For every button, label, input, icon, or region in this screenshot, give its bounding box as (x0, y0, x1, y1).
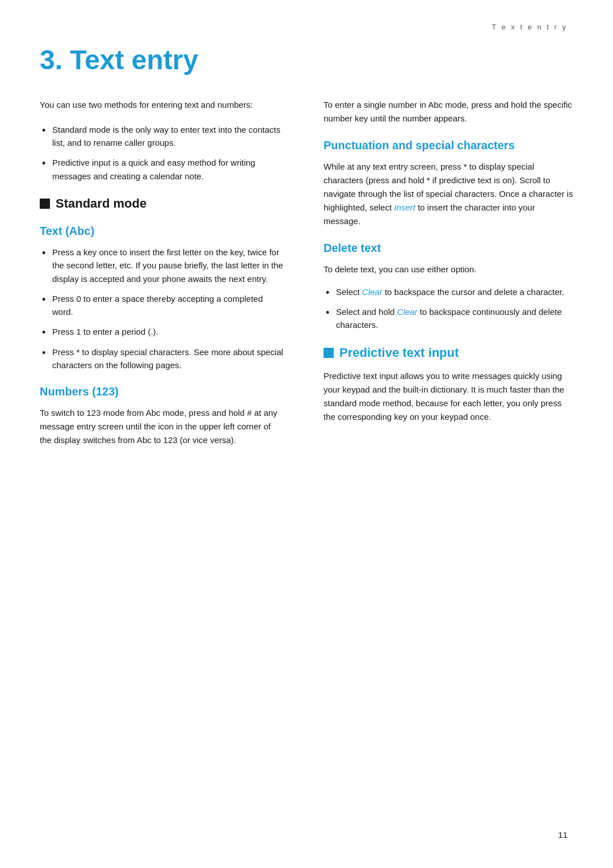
clear-label: Clear (362, 287, 383, 297)
predictive-heading: Predictive text input (324, 345, 573, 360)
left-column: You can use two methods for entering tex… (40, 98, 295, 456)
numbers-text2: To enter a single number in Abc mode, pr… (324, 98, 573, 125)
list-item: Select and hold Clear to backspace conti… (324, 305, 573, 332)
punctuation-text: While at any text entry screen, press * … (324, 160, 573, 228)
standard-mode-heading: Standard mode (40, 196, 284, 211)
numbers-text: To switch to 123 mode from Abc mode, pre… (40, 406, 284, 447)
text-abc-bullet-list: Press a key once to insert the first let… (40, 246, 284, 372)
delete-text-bullets: Select Clear to backspace the cursor and… (324, 285, 573, 332)
blue-square-icon (324, 348, 334, 358)
list-item: Select Clear to backspace the cursor and… (324, 285, 573, 298)
numbers-heading: Numbers (123) (40, 385, 284, 398)
delete-text-intro: To delete text, you can use either optio… (324, 263, 573, 276)
page-container: T e x t e n t r y 3. Text entry You can … (0, 0, 613, 868)
clear-label2: Clear (397, 307, 418, 317)
delete-text-heading: Delete text (324, 242, 573, 255)
predictive-text: Predictive text input allows you to writ… (324, 369, 573, 424)
page-title: 3. Text entry (40, 45, 573, 75)
list-item: Press 1 to enter a period (.). (40, 325, 284, 338)
list-item: Press a key once to insert the first let… (40, 246, 284, 285)
list-item: Press 0 to enter a space thereby accepti… (40, 292, 284, 319)
content-layout: You can use two methods for entering tex… (40, 98, 573, 456)
page-number: 11 (558, 830, 568, 840)
text-abc-heading: Text (Abc) (40, 225, 284, 238)
punctuation-heading: Punctuation and special characters (324, 139, 573, 152)
black-square-icon (40, 199, 50, 209)
intro-bullet-list: Standard mode is the only way to enter t… (40, 123, 284, 183)
list-item: Standard mode is the only way to enter t… (40, 123, 284, 150)
chapter-header: T e x t e n t r y (492, 23, 568, 31)
list-item: Press * to display special characters. S… (40, 345, 284, 372)
intro-text: You can use two methods for entering tex… (40, 98, 284, 112)
right-column: To enter a single number in Abc mode, pr… (318, 98, 573, 456)
insert-label: Insert (394, 203, 415, 212)
list-item: Predictive input is a quick and easy met… (40, 156, 284, 183)
